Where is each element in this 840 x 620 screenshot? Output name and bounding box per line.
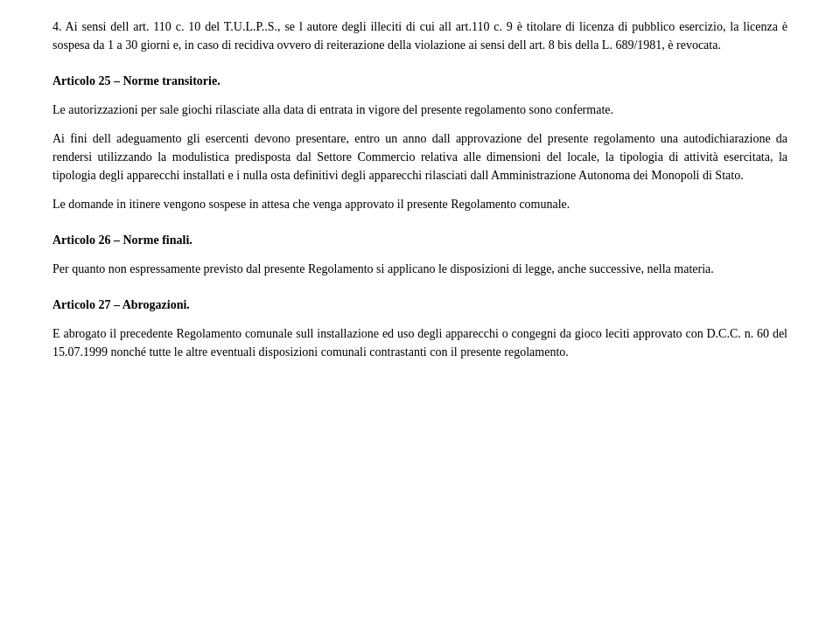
heading-article-27-text: Articolo 27 – Abrogazioni. xyxy=(52,298,190,311)
heading-article-26: Articolo 26 – Norme finali. xyxy=(52,231,788,249)
paragraph-2: Le autorizzazioni per sale giochi rilasc… xyxy=(52,101,788,119)
heading-article-25: Articolo 25 – Norme transitorie. xyxy=(52,72,788,90)
heading-article-26-text: Articolo 26 – Norme finali. xyxy=(52,233,192,247)
paragraph-6: E abrogato il precedente Regolamento com… xyxy=(52,324,788,361)
paragraph-1: 4. Ai sensi dell art. 110 c. 10 del T.U.… xyxy=(52,17,788,54)
paragraph-3-text: Ai fini dell adeguamento gli esercenti d… xyxy=(52,132,788,182)
paragraph-4: Le domande in itinere vengono sospese in… xyxy=(52,195,788,213)
heading-article-27: Articolo 27 – Abrogazioni. xyxy=(52,296,788,314)
page-container: 4. Ai sensi dell art. 110 c. 10 del T.U.… xyxy=(0,0,840,620)
paragraph-6-text: E abrogato il precedente Regolamento com… xyxy=(52,327,788,359)
paragraph-5-text: Per quanto non espressamente previsto da… xyxy=(52,262,714,275)
paragraph-5: Per quanto non espressamente previsto da… xyxy=(52,260,788,278)
paragraph-4-text: Le domande in itinere vengono sospese in… xyxy=(52,198,570,211)
paragraph-3: Ai fini dell adeguamento gli esercenti d… xyxy=(52,129,788,185)
heading-article-25-text: Articolo 25 – Norme transitorie. xyxy=(52,74,220,87)
paragraph-2-text: Le autorizzazioni per sale giochi rilasc… xyxy=(52,103,613,116)
paragraph-1-text: 4. Ai sensi dell art. 110 c. 10 del T.U.… xyxy=(52,20,788,52)
